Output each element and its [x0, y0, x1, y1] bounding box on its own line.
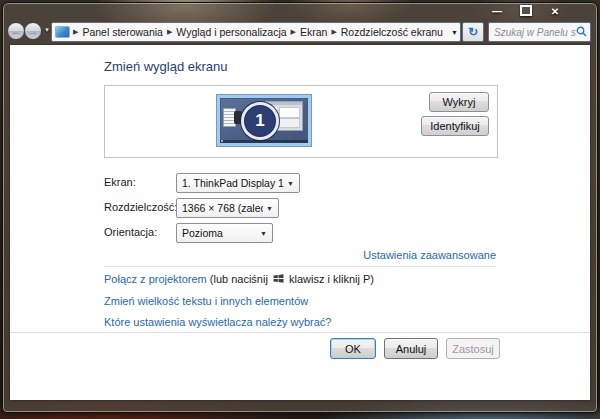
dialog-buttons: OK Anuluj Zastosuj [330, 338, 500, 359]
cancel-button[interactable]: Anuluj [384, 338, 438, 359]
orientation-select[interactable]: Pozioma ▼ [176, 223, 273, 243]
maximize-icon [520, 5, 532, 16]
projector-row: Połącz z projektorem (lub naciśnij klawi… [104, 273, 374, 286]
orientation-select-value: Pozioma [177, 227, 257, 239]
button-row-separator [10, 332, 590, 333]
window-caption-buttons: — ✕ [489, 5, 563, 19]
breadcrumb-arrow-icon[interactable]: ▶ [290, 28, 297, 36]
start-dot [221, 140, 223, 142]
navigation-buttons: ← → ▼ [7, 21, 51, 41]
breadcrumb-arrow-icon[interactable]: ▶ [330, 28, 337, 36]
monitor-preview-panel: 1 Wykryj Identyfikuj [104, 85, 498, 158]
windows-logo-icon [273, 273, 284, 286]
breadcrumb-display[interactable]: Ekran [297, 26, 330, 38]
section-separator [104, 266, 496, 267]
detect-button[interactable]: Wykryj [429, 92, 489, 112]
projector-hint-text: (lub naciśnij [210, 273, 268, 285]
control-panel-icon [56, 27, 69, 37]
page-content: Zmień wygląd ekranu 1 Wykryj Identyfikuj… [10, 45, 590, 400]
resolution-select[interactable]: 1366 × 768 (zalecane) ▼ [176, 198, 279, 218]
connect-projector-link[interactable]: Połącz z projektorem [104, 273, 207, 285]
desktop-taskbar-strip [220, 140, 308, 143]
resolution-label: Rozdzielczość: [104, 198, 177, 216]
back-button[interactable]: ← [7, 22, 25, 40]
text-size-link[interactable]: Zmień wielkość tekstu i innych elementów [104, 295, 308, 307]
monitor-number-badge: 1 [241, 102, 279, 140]
apply-button[interactable]: Zastosuj [446, 338, 500, 359]
refresh-button[interactable]: ↻ [462, 22, 484, 42]
orientation-label: Orientacja: [104, 223, 157, 241]
display-label: Ekran: [104, 173, 136, 191]
address-bar[interactable]: ▶ Panel sterowania ▶ Wygląd i personaliz… [51, 22, 461, 42]
chevron-down-icon: ▼ [284, 180, 299, 187]
ok-button[interactable]: OK [330, 338, 376, 359]
minimize-button[interactable]: — [489, 5, 505, 19]
search-placeholder: Szukaj w Panelu stero... [489, 27, 576, 38]
search-box[interactable]: Szukaj w Panelu stero... [488, 22, 591, 42]
display-help-link[interactable]: Które ustawienia wyświetlacza należy wyb… [104, 316, 331, 328]
monitor-preview[interactable]: 1 [217, 95, 311, 146]
chevron-down-icon: ▼ [263, 205, 278, 212]
page-title: Zmień wygląd ekranu [104, 59, 228, 74]
breadcrumb-control-panel[interactable]: Panel sterowania [79, 26, 166, 38]
close-button[interactable]: ✕ [547, 5, 563, 19]
projector-hint-text-2: klawisz i kliknij P) [289, 273, 374, 285]
resolution-select-value: 1366 × 768 (zalecane) [177, 202, 263, 214]
explorer-window: — ✕ ← → ▼ ▶ Panel sterowania ▶ Wygląd i … [2, 2, 598, 413]
advanced-settings-link[interactable]: Ustawienia zaawansowane [363, 249, 496, 261]
breadcrumb-screen-resolution[interactable]: Rozdzielczość ekranu [338, 26, 446, 38]
chevron-down-icon: ▼ [257, 230, 272, 237]
identify-button[interactable]: Identyfikuj [421, 116, 489, 136]
search-icon[interactable] [576, 23, 587, 41]
display-select-value: 1. ThinkPad Display 1366x768 [177, 177, 284, 189]
forward-button[interactable]: → [24, 22, 42, 40]
breadcrumb-arrow-icon[interactable]: ▶ [166, 28, 173, 36]
address-dropdown-icon[interactable]: ▼ [446, 29, 461, 36]
breadcrumb-appearance[interactable]: Wygląd i personalizacja [173, 26, 289, 38]
breadcrumb-arrow-icon[interactable]: ▶ [72, 28, 79, 36]
display-select[interactable]: 1. ThinkPad Display 1366x768 ▼ [176, 173, 300, 193]
maximize-button[interactable] [518, 5, 534, 19]
recent-pages-dropdown-icon[interactable]: ▼ [44, 27, 50, 33]
